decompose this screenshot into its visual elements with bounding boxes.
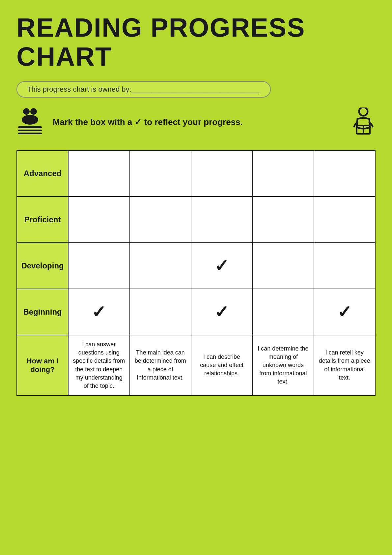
cell-proficient-5[interactable]	[314, 197, 375, 243]
svg-rect-3	[18, 126, 42, 128]
checkmark-icon: ✓	[92, 302, 106, 322]
description-cell-4: I can determine the meaning of unknown w…	[252, 335, 314, 395]
cell-proficient-2[interactable]	[130, 197, 191, 243]
cell-advanced-2[interactable]	[130, 150, 191, 197]
reader-icon	[351, 108, 376, 137]
table-row-description: How am I doing? I can answer questions u…	[17, 335, 375, 395]
description-cell-1: I can answer questions using specific de…	[68, 335, 129, 395]
svg-point-2	[22, 115, 38, 125]
page-title: READING PROGRESS CHART	[16, 13, 376, 71]
cell-developing-2[interactable]	[130, 243, 191, 289]
description-cell-2: The main idea can be determined from a p…	[130, 335, 191, 395]
svg-point-6	[359, 108, 368, 116]
svg-rect-5	[18, 133, 42, 134]
cell-proficient-4[interactable]	[252, 197, 314, 243]
cell-proficient-1[interactable]	[68, 197, 129, 243]
row-label-developing: Developing	[17, 243, 68, 289]
svg-rect-4	[18, 130, 42, 131]
checkmark-icon: ✓	[214, 302, 229, 322]
cell-developing-5[interactable]	[314, 243, 375, 289]
table-row: Beginning ✓ ✓ ✓	[17, 289, 375, 335]
checkmark-icon: ✓	[337, 302, 352, 322]
table-row: Developing ✓	[17, 243, 375, 289]
cell-developing-3[interactable]: ✓	[191, 243, 252, 289]
description-cell-5: I can retell key details from a piece of…	[314, 335, 375, 395]
cell-beginning-5[interactable]: ✓	[314, 289, 375, 335]
cell-proficient-3[interactable]	[191, 197, 252, 243]
cell-advanced-4[interactable]	[252, 150, 314, 197]
table-row: Proficient	[17, 197, 375, 243]
row-label-advanced: Advanced	[17, 150, 68, 197]
how-doing-label: How am I doing?	[17, 335, 68, 395]
row-label-proficient: Proficient	[17, 197, 68, 243]
instruction-text: Mark the box with a ✓ to reflect your pr…	[53, 117, 341, 127]
cell-beginning-3[interactable]: ✓	[191, 289, 252, 335]
progress-table: Advanced Proficient Developing ✓	[16, 150, 376, 396]
cell-advanced-1[interactable]	[68, 150, 129, 197]
cell-beginning-1[interactable]: ✓	[68, 289, 129, 335]
owner-bar[interactable]: This progress chart is owned by:________…	[16, 81, 271, 98]
row-label-beginning: Beginning	[17, 289, 68, 335]
cell-developing-4[interactable]	[252, 243, 314, 289]
cell-beginning-4[interactable]	[252, 289, 314, 335]
cell-developing-1[interactable]	[68, 243, 129, 289]
cell-advanced-5[interactable]	[314, 150, 375, 197]
checkmark-icon: ✓	[214, 256, 229, 275]
svg-point-1	[30, 108, 37, 115]
table-row: Advanced	[17, 150, 375, 197]
description-cell-3: I can describe cause and effect relation…	[191, 335, 252, 395]
teacher-icon	[16, 108, 43, 136]
cell-beginning-2[interactable]	[130, 289, 191, 335]
svg-point-0	[23, 108, 30, 115]
cell-advanced-3[interactable]	[191, 150, 252, 197]
